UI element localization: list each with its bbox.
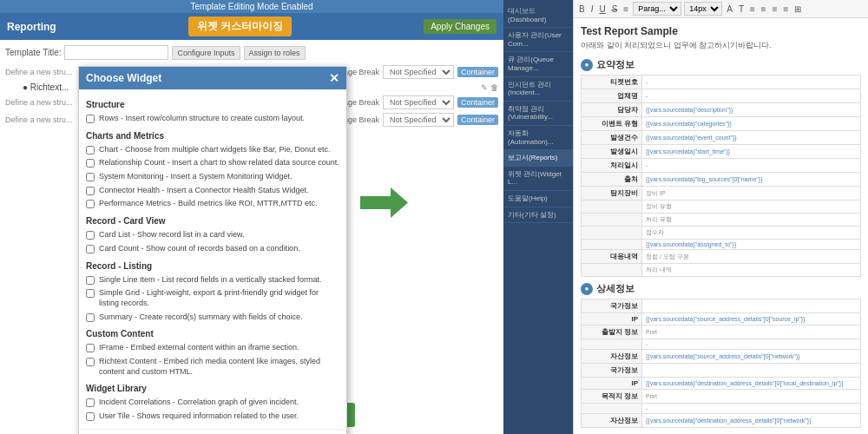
widget-richtext[interactable]: Richtext Content - Embed rich media cont… — [86, 355, 339, 378]
svg-marker-0 — [360, 187, 408, 218]
widget-performance-metrics[interactable]: Performance Metrics - Build metrics like… — [86, 197, 339, 211]
widget-connector-health[interactable]: Connector Health - Insert a Connector He… — [86, 184, 339, 198]
widget-user-tile[interactable]: User Tile - Shows required information r… — [86, 410, 339, 424]
modal-title: Choose Widget — [86, 72, 161, 84]
sidebar-item-vulnerability[interactable]: 취약점 관리(Vulnerability... — [503, 102, 573, 126]
widget-chart-checkbox[interactable] — [86, 146, 95, 155]
detail-section-header: ● 상세정보 — [581, 282, 861, 295]
list-button[interactable]: ≡ — [621, 3, 630, 15]
template-title-input[interactable] — [64, 45, 168, 60]
sidebar-item-dashboard[interactable]: 대시보드(Dashboard) — [503, 3, 573, 28]
sidebar-item-incident[interactable]: 인시던트 관리(Incident... — [503, 77, 573, 102]
table-row: 탐지장비 장비 IP — [582, 187, 861, 201]
widget-card-count[interactable]: Card Count - Show count of records based… — [86, 242, 339, 256]
widget-rows-checkbox[interactable] — [86, 115, 95, 123]
summary-section-header: ● 요약정보 — [581, 58, 861, 71]
arrow-container — [360, 187, 408, 220]
configure-inputs-button[interactable]: Configure Inputs — [172, 46, 240, 60]
sidebar-item-automation[interactable]: 자동화(Automation)... — [503, 126, 573, 150]
widget-incident-correlations[interactable]: Incident Correlations - Correlation grap… — [86, 396, 339, 410]
sidebar-item-user[interactable]: 사용자 관리(User Com... — [503, 28, 573, 52]
text-button[interactable]: T — [737, 3, 746, 15]
widget-iframe-checkbox[interactable] — [86, 344, 95, 352]
section-custom-title: Custom Content — [86, 329, 339, 339]
table-row: 대응내역 정합 / 오탐 구분 — [582, 250, 861, 264]
table-row: - — [582, 339, 861, 350]
widget-cardlist-checkbox[interactable] — [86, 231, 95, 240]
right-panel: B I U S ≡ Parag... 14px A T ≡ ≡ ≡ ≡ ⊞ Te… — [573, 0, 868, 434]
modal-body: Structure Rows - Insert row/column struc… — [79, 89, 346, 429]
section-charts-title: Charts and Metrics — [86, 131, 339, 141]
reporting-area: Template Title: Configure Inputs Assign … — [0, 40, 503, 434]
sidebar-item-widget[interactable]: 위젯 관리(Widget L... — [503, 167, 573, 191]
widget-simple-grid[interactable]: Simple Grid - Light-weight, export & pri… — [86, 286, 339, 310]
paragraph-select[interactable]: Parag... — [633, 2, 681, 16]
underline-button[interactable]: U — [597, 3, 607, 15]
not-specified-select-1[interactable]: Not Specified — [383, 65, 454, 79]
align-right-button[interactable]: ≡ — [771, 3, 779, 15]
widget-singleline-checkbox[interactable] — [86, 276, 95, 285]
widget-rows[interactable]: Rows - Insert row/column structure to cr… — [86, 112, 339, 126]
not-specified-select-2[interactable]: Not Specified — [383, 95, 454, 109]
sidebar-item-reports[interactable]: 보고서(Reports) — [503, 150, 573, 167]
justify-button[interactable]: ≡ — [782, 3, 791, 15]
section-library-title: Widget Library — [86, 384, 339, 393]
align-left-button[interactable]: ≡ — [748, 3, 757, 15]
widget-summary-checkbox[interactable] — [86, 313, 95, 322]
grid-button[interactable]: ⊞ — [792, 3, 803, 15]
table-row: 장비 유형 — [582, 201, 861, 214]
widget-simplegrid-checkbox[interactable] — [86, 289, 95, 298]
table-row: 업체명 - — [582, 89, 861, 103]
sidebar-item-queue[interactable]: 큐 관리(Queue Manage... — [503, 52, 573, 76]
widget-cardcount-checkbox[interactable] — [86, 245, 95, 253]
summary-section-name: 요약정보 — [596, 58, 635, 71]
table-row: 출처 {{vars.sourcedata}"log_sources"[0]"na… — [582, 173, 861, 187]
not-specified-select-3[interactable]: Not Specified — [383, 113, 454, 127]
table-row: 처리 유형 — [582, 214, 861, 227]
sidebar-item-help[interactable]: 도움말(Help) — [503, 191, 573, 207]
strikethrough-button[interactable]: S — [610, 3, 620, 15]
widget-card-list[interactable]: Card List - Show record list in a card v… — [86, 228, 339, 242]
sidebar: 대시보드(Dashboard) 사용자 관리(User Com... 큐 관리(… — [503, 0, 573, 434]
sidebar-item-settings[interactable]: 기타(기타 설정) — [503, 207, 573, 224]
table-row: 자산정보 {{vars.sourcedata}"source_address_d… — [582, 350, 861, 364]
widget-connector-checkbox[interactable] — [86, 187, 95, 195]
bold-button[interactable]: B — [577, 3, 587, 15]
color-button[interactable]: A — [725, 3, 734, 15]
section-listing-title: Record - Listing — [86, 261, 339, 271]
widget-richtext-checkbox[interactable] — [86, 358, 95, 366]
widget-system-monitoring[interactable]: System Monitoring - Insert a System Moni… — [86, 170, 339, 184]
widget-summary[interactable]: Summary - Create record(s) summary with … — [86, 311, 339, 325]
table-row: 이벤트 유형 {{vars.sourcedata}"categories"}} — [582, 117, 861, 131]
widget-single-line[interactable]: Single Line Item - List record fields in… — [86, 273, 339, 287]
template-title-label: Template Title: — [5, 48, 61, 57]
widget-system-checkbox[interactable] — [86, 173, 95, 181]
table-row: 처리 내역 — [582, 264, 861, 277]
widget-incident-checkbox[interactable] — [86, 398, 95, 407]
table-row: 국가정보 — [582, 364, 861, 378]
modal-close-button[interactable]: ✕ — [329, 71, 339, 85]
align-center-button[interactable]: ≡ — [760, 3, 768, 15]
widget-relationship-checkbox[interactable] — [86, 159, 95, 168]
widget-usertile-checkbox[interactable] — [86, 412, 95, 421]
template-title-row: Template Title: Configure Inputs Assign … — [5, 45, 498, 60]
widget-performance-checkbox[interactable] — [86, 200, 95, 208]
italic-button[interactable]: I — [589, 3, 595, 15]
choose-widget-modal: Choose Widget ✕ Structure Rows - Insert … — [78, 66, 347, 434]
left-panel: Template Editing Mode Enabled Reporting … — [0, 0, 503, 434]
section-card-title: Record - Card View — [86, 216, 339, 226]
detail-table: 국가정보 IP {{vars.sourcedata}"source_addres… — [581, 299, 861, 428]
fontsize-select[interactable]: 14px — [684, 2, 722, 16]
apply-changes-button[interactable]: Apply Changes — [424, 19, 496, 34]
table-row: {{vars.sourcedata}"assigned_to"}} — [582, 240, 861, 250]
table-row: 발생건수 {{vars.sourcedata}"event_count"}} — [582, 131, 861, 145]
section-structure-title: Structure — [86, 100, 339, 109]
table-row: 국가정보 — [582, 299, 861, 313]
table-row: - — [582, 404, 861, 414]
assign-roles-button[interactable]: Assign to roles — [244, 46, 306, 60]
table-row: 담당자 {{vars.sourcedata}"description"}} — [582, 103, 861, 117]
widget-relationship-count[interactable]: Relationship Count - Insert a chart to s… — [86, 156, 339, 170]
table-row: 출발지 정보 Port — [582, 326, 861, 339]
widget-iframe[interactable]: IFrame - Embed external content within a… — [86, 341, 339, 355]
widget-chart[interactable]: Chart - Choose from multiple chart widge… — [86, 143, 339, 157]
